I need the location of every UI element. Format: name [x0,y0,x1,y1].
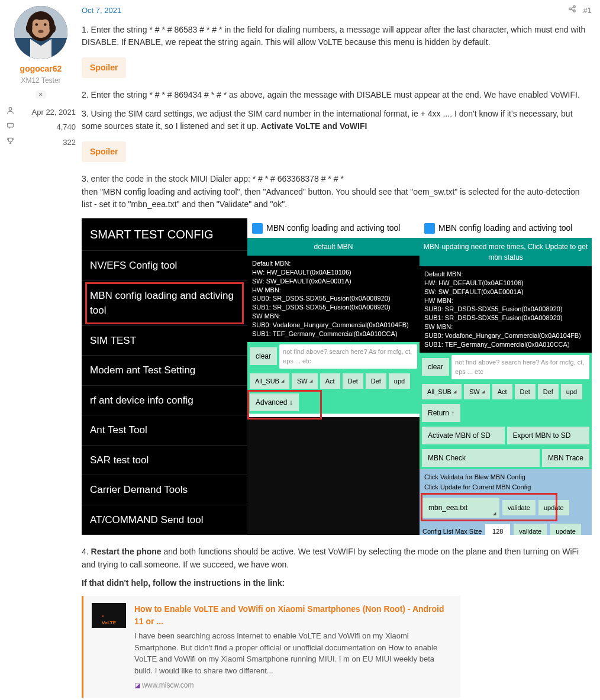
info-text: Click Validata for Blew MBN Config Click… [420,469,592,495]
tool-button: Activate MBN of SD [422,427,505,444]
mbn-dropdown: mbn_eea.txt [422,498,499,518]
post-number-link[interactable]: #1 [583,6,592,15]
messages-icon [6,122,14,133]
tool-button: upd [561,384,582,400]
tool-button: upd [389,373,410,389]
link-preview-card[interactable]: ●VoLTE How to Enable VoLTE and VoWifi on… [82,596,460,698]
search-input: not find above? search here? As for mcfg… [451,355,589,379]
update-button: update [550,524,581,535]
mbn-info: Default MBN: HW: HW_DEFAULT(0x0AE10106) … [247,256,420,342]
validate-button: validate [514,524,547,535]
tool-button: All_SUB [250,373,289,389]
clear-button: clear [422,358,449,376]
avatar[interactable] [14,6,67,59]
tool-button: Export MBN to SD [507,427,590,444]
trophy-icon [6,137,14,147]
tool-button: SW [292,373,318,389]
return-button: Return ↑ [422,404,460,422]
app-icon [252,223,263,234]
paragraph-1: 1. Enter the string * # * # 86583 # * # … [82,24,592,49]
join-date: Apr 22, 2021 [32,107,76,118]
svg-point-7 [44,23,47,26]
list-item: Diag Command Send Tool [82,534,247,535]
tool-button: Det [343,373,363,389]
size-input: 128 [485,524,510,535]
card-title[interactable]: How to Enable VoLTE and VoWifi on Xiaomi… [134,603,452,628]
mbn-info: Default MBN: HW: HW_DEFAULT(0x0AE10106) … [420,266,592,353]
list-item: NV/EFS Config tool [82,250,247,280]
update-button: update [538,500,569,516]
screenshot-image[interactable]: SMART TEST CONFIG NV/EFS Config tool MBN… [82,218,592,535]
list-item: rf ant device info config [82,385,247,415]
tool-button: MBN Trace [542,449,589,467]
svg-point-8 [38,30,44,33]
tool-button: Act [320,373,340,389]
svg-point-10 [49,24,56,33]
message-count: 4,740 [56,121,76,133]
list-item: SAR test tool [82,445,247,475]
paragraph-5: 4. Restart the phone and both functions … [82,546,592,571]
tool-button: Det [515,384,536,400]
screenshot-panel-2: MBN config loading and activing tool def… [247,218,420,535]
post-date-link[interactable]: Oct 7, 2021 [82,5,121,17]
list-item: AT/COMMAND Send tool [82,505,247,535]
tool-button: Def [538,384,559,400]
tool-button: MBN Check [422,449,540,467]
card-thumbnail: ●VoLTE [92,603,126,628]
card-description: I have been searching across internet to… [134,630,452,676]
svg-point-13 [569,8,572,10]
search-input: not find above? search here? As for mcfg… [279,344,417,369]
tool-header: MBN config loading and activing tool [420,218,592,238]
spoiler-button[interactable]: Spoiler [82,57,126,78]
reaction-score: 322 [63,137,76,149]
screenshot-panel-1: SMART TEST CONFIG NV/EFS Config tool MBN… [82,218,247,535]
paragraph-3: 3. Using the SIM card settings, we adjus… [82,108,592,133]
forum-post: gogocar62 XM12 Tester ✕ Apr 22, 2021 4,7… [0,0,600,700]
user-title: XM12 Tester [6,75,76,86]
validate-button: validate [502,500,536,516]
post-header: Oct 7, 2021 #1 [82,5,592,17]
config-label: Config List Max Size [422,527,482,535]
status-bar: MBN-updating need more times, Click Upda… [420,238,592,266]
card-source: www.miscw.com [134,680,452,691]
list-item-highlighted: MBN config loading and activing tool [82,280,247,325]
share-icon[interactable] [568,6,579,15]
svg-point-9 [26,24,33,33]
app-icon [424,223,435,234]
svg-point-14 [573,6,576,8]
tool-header: MBN config loading and activing tool [247,218,420,238]
user-badge: ✕ [36,91,46,99]
list-item: Carrier Demand Tools [82,475,247,505]
paragraph-2: 2. Enter the string * # * # 869434 # * #… [82,89,592,102]
person-icon [6,107,14,117]
status-bar: default MBN [247,238,420,256]
paragraph-4: 3. enter the code in the stock MIUI Dial… [82,173,592,211]
list-item: SIM TEST [82,325,247,356]
advanced-button: Advanced ↓ [250,393,299,411]
list-item: Modem ant Test Setting [82,355,247,385]
config-title: SMART TEST CONFIG [82,218,247,250]
post-content: Oct 7, 2021 #1 1. Enter the string * # *… [82,0,600,700]
list-item: Ant Test Tool [82,415,247,445]
svg-point-15 [573,10,576,12]
tool-button: SW [464,384,490,400]
tool-button: All_SUB [422,384,462,400]
username-link[interactable]: gogocar62 [6,63,76,75]
spoiler-button[interactable]: Spoiler [82,141,126,162]
tool-button: Def [366,373,386,389]
svg-point-6 [36,23,38,26]
svg-rect-12 [7,123,13,127]
user-stats: Apr 22, 2021 4,740 322 [6,105,76,150]
user-column: gogocar62 XM12 Tester ✕ Apr 22, 2021 4,7… [0,0,82,700]
clear-button: clear [250,347,277,365]
paragraph-6: If that didn't help, follow the instruct… [82,577,592,590]
screenshot-panel-3: MBN config loading and activing tool MBN… [420,218,592,535]
tool-button: Act [492,384,512,400]
svg-point-11 [9,108,12,111]
